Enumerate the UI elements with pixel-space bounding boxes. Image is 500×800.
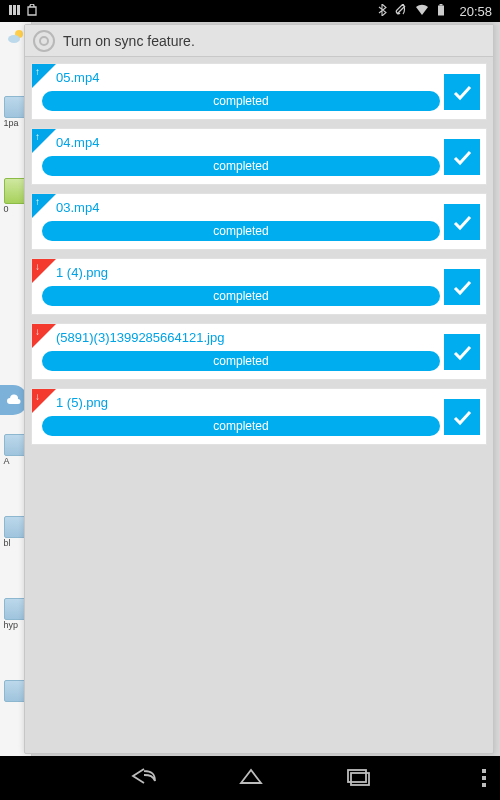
svg-point-7 <box>8 35 20 43</box>
file-name: 04.mp4 <box>42 135 440 150</box>
confirm-button[interactable] <box>444 74 480 110</box>
confirm-button[interactable] <box>444 204 480 240</box>
home-button[interactable] <box>238 766 264 790</box>
sync-item[interactable]: ↓(5891)(3)1399285664121.jpgcompleted <box>31 323 487 380</box>
upload-icon: ↑ <box>32 129 56 153</box>
progress-bar: completed <box>42 221 440 241</box>
sync-ring-icon <box>33 30 55 52</box>
confirm-button[interactable] <box>444 139 480 175</box>
sync-item[interactable]: ↑05.mp4completed <box>31 63 487 120</box>
status-clock: 20:58 <box>459 4 492 19</box>
weather-icon <box>7 28 25 46</box>
notification-icon <box>8 4 20 19</box>
bluetooth-icon <box>377 4 387 19</box>
progress-status-label: completed <box>213 159 268 173</box>
file-name: 1 (5).png <box>42 395 440 410</box>
download-icon: ↓ <box>32 324 56 348</box>
sync-item[interactable]: ↑04.mp4completed <box>31 128 487 185</box>
svg-rect-4 <box>438 5 444 15</box>
svg-rect-2 <box>17 5 20 15</box>
download-icon: ↓ <box>32 389 56 413</box>
back-button[interactable] <box>130 766 158 790</box>
progress-status-label: completed <box>213 419 268 433</box>
sync-item[interactable]: ↑03.mp4completed <box>31 193 487 250</box>
svg-rect-0 <box>9 5 12 15</box>
mute-icon <box>395 4 407 19</box>
progress-bar: completed <box>42 416 440 436</box>
svg-rect-1 <box>13 5 16 15</box>
sync-panel-header[interactable]: Turn on sync feature. <box>25 25 493 57</box>
battery-icon <box>437 4 445 19</box>
progress-status-label: completed <box>213 354 268 368</box>
upload-icon: ↑ <box>32 194 56 218</box>
sync-header-text: Turn on sync feature. <box>63 33 195 49</box>
sync-item[interactable]: ↓1 (5).pngcompleted <box>31 388 487 445</box>
download-icon: ↓ <box>32 259 56 283</box>
recents-button[interactable] <box>344 766 370 790</box>
confirm-button[interactable] <box>444 334 480 370</box>
progress-bar: completed <box>42 351 440 371</box>
progress-status-label: completed <box>213 289 268 303</box>
progress-bar: completed <box>42 91 440 111</box>
progress-bar: completed <box>42 286 440 306</box>
svg-rect-5 <box>440 4 443 6</box>
sync-item[interactable]: ↓1 (4).pngcompleted <box>31 258 487 315</box>
progress-bar: completed <box>42 156 440 176</box>
file-name: 03.mp4 <box>42 200 440 215</box>
overflow-menu-button[interactable] <box>482 769 486 787</box>
wifi-icon <box>415 4 429 19</box>
sync-panel: Turn on sync feature. ↑05.mp4completed↑0… <box>24 24 494 754</box>
shop-icon <box>26 4 38 19</box>
file-name: 1 (4).png <box>42 265 440 280</box>
sync-item-list: ↑05.mp4completed↑04.mp4completed↑03.mp4c… <box>25 57 493 753</box>
file-name: (5891)(3)1399285664121.jpg <box>42 330 440 345</box>
status-bar: 20:58 <box>0 0 500 22</box>
progress-status-label: completed <box>213 224 268 238</box>
upload-icon: ↑ <box>32 64 56 88</box>
file-name: 05.mp4 <box>42 70 440 85</box>
confirm-button[interactable] <box>444 399 480 435</box>
progress-status-label: completed <box>213 94 268 108</box>
android-nav-bar <box>0 756 500 800</box>
confirm-button[interactable] <box>444 269 480 305</box>
